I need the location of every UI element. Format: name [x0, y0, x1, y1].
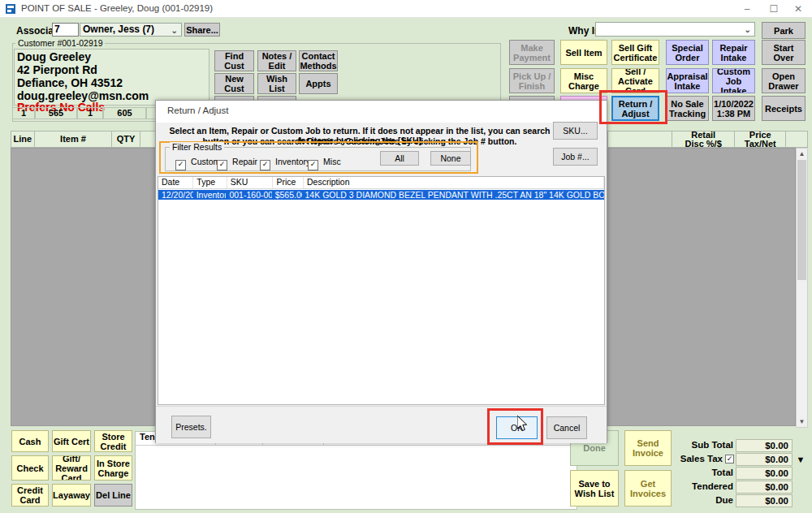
presets-button[interactable]: Presets. [171, 416, 211, 438]
filter-all-button[interactable]: All [380, 151, 419, 166]
item-grid-scrollbar[interactable]: ▲ ▼ [796, 148, 808, 428]
find-cust-button[interactable]: Find Cust [214, 50, 254, 71]
due-value: $0.00 [736, 494, 793, 507]
total-label: Total [666, 468, 733, 477]
new-cust-button[interactable]: New Cust [214, 73, 254, 94]
job-number-button[interactable]: Job #... [553, 148, 598, 166]
in-store-charge-button[interactable]: In Store Charge [94, 455, 132, 481]
special-order-button[interactable]: Special Order [666, 40, 709, 65]
grid-col-line: Line [11, 131, 35, 148]
filter-custom-checkbox[interactable]: ✓ Custom [175, 157, 220, 170]
check-button[interactable]: Check [11, 455, 49, 481]
sell-item-button[interactable]: Sell Item [560, 40, 607, 65]
gift-cert-button[interactable]: Gift Cert [52, 430, 91, 452]
results-list[interactable]: Date Type SKU Price Description 12/20/20… [158, 176, 605, 405]
no-sale-tracking-button[interactable]: No Sale Tracking [666, 96, 709, 121]
filter-repair-checkbox[interactable]: ✓ Repair [217, 157, 257, 170]
dialog-title: Return / Adjust [167, 106, 228, 115]
chevron-down-icon: ⌄ [171, 24, 178, 37]
appraisal-intake-button[interactable]: Appraisal Intake [666, 68, 709, 93]
checkbox-icon: ✓ [260, 160, 270, 170]
notes-edit-button[interactable]: Notes / Edit [257, 50, 296, 71]
store-credit-button[interactable]: Store Credit [94, 430, 132, 452]
start-over-button[interactable]: Start Over [762, 40, 806, 65]
associate-id-input[interactable]: 7 [52, 23, 79, 37]
grid-col-price: Price Tax/Net [735, 131, 786, 148]
grid-col-qty: QTY [112, 131, 140, 148]
contact-methods-button[interactable]: Contact Methods [299, 50, 338, 71]
sales-tax-checkbox[interactable]: ✓ [725, 455, 734, 463]
sub-total-label: Sub Total [666, 440, 733, 450]
get-invoices-button[interactable]: Get Invoices [624, 470, 672, 507]
customer-stats-row: 1 565 1 605 6 [12, 107, 155, 119]
park-button[interactable]: Park [762, 22, 806, 39]
filter-misc-label: Misc [323, 157, 341, 166]
filter-misc-checkbox[interactable]: ✓ Misc [308, 157, 341, 170]
close-button[interactable]: ✕ [786, 0, 810, 18]
credit-card-button[interactable]: Credit Card [11, 484, 49, 507]
custom-job-intake-button[interactable]: Custom Job Intake [712, 68, 755, 93]
return-adjust-highlight [599, 90, 667, 124]
grid-col-retail-line1: Retail [691, 131, 715, 140]
grid-col-9 [608, 131, 672, 148]
filter-inventory-label: Inventory [275, 157, 310, 166]
list-cell-price: $565.00 [272, 190, 302, 200]
sku-button[interactable]: SKU... [553, 122, 598, 140]
make-payment-button[interactable]: Make Payment [509, 40, 555, 65]
mouse-cursor [517, 416, 530, 433]
filter-inventory-checkbox[interactable]: ✓ Inventory [260, 157, 310, 170]
tendered-label: Tendered [666, 481, 733, 491]
app-icon [6, 4, 15, 14]
grid-col-retail-line2: Disc %/$ [685, 140, 722, 149]
scroll-up-icon[interactable]: ▲ [797, 149, 807, 159]
filter-repair-label: Repair [232, 157, 257, 166]
customer-stat: 1 [77, 107, 103, 119]
sales-tax-value: $0.00 [736, 453, 793, 466]
associate-select-value: Owner, Jess (7) [83, 24, 154, 35]
customer-stat: 605 [103, 107, 146, 119]
filter-results-legend: Filter Results [170, 142, 224, 152]
save-to-wish-list-button[interactable]: Save to Wish List [570, 470, 619, 507]
results-list-header: Date Type SKU Price Description [158, 177, 604, 189]
minimize-button[interactable]: – [735, 0, 759, 18]
why-in-select[interactable]: ⌄ [595, 22, 755, 37]
sub-total-value: $0.00 [736, 439, 793, 452]
list-cell-description: 14K GOLD 3 DIAMOND BEZEL PENDANT WITH .2… [302, 190, 604, 200]
customer-stat: 565 [35, 107, 77, 119]
cancel-button[interactable]: Cancel [546, 416, 587, 439]
share-button[interactable]: Share... [184, 23, 220, 37]
del-line-button[interactable]: Del Line [94, 484, 132, 507]
list-cell-type: Inventory [193, 190, 227, 200]
wish-list-button[interactable]: Wish List [257, 73, 296, 94]
receipts-button[interactable]: Receipts [762, 96, 806, 121]
sales-tax-dropdown-icon[interactable]: ▼ [794, 453, 807, 466]
checkbox-icon: ✓ [308, 160, 318, 170]
customer-stat: 1 [12, 107, 35, 119]
list-item[interactable]: 12/20/2003 Inventory 001-160-00097 $565.… [158, 190, 604, 200]
layaway-button[interactable]: Layaway [52, 484, 91, 507]
window-title-bar: POINT OF SALE - Greeley, Doug (001-02919… [0, 0, 812, 18]
checkbox-icon: ✓ [175, 160, 186, 170]
gift-reward-card-button[interactable]: Gift/ Reward Card [52, 455, 91, 481]
open-drawer-button[interactable]: Open Drawer [762, 68, 806, 93]
filter-none-button[interactable]: None [430, 151, 471, 166]
scrollbar-thumb[interactable] [797, 160, 806, 280]
appts-button[interactable]: Appts [299, 73, 338, 94]
tendered-value: $0.00 [736, 481, 793, 494]
associate-select[interactable]: Owner, Jess (7) ⌄ [80, 23, 182, 37]
sell-gift-certificate-button[interactable]: Sell Gift Certificate [611, 40, 659, 65]
repair-intake-button[interactable]: Repair Intake [712, 40, 755, 65]
cash-button[interactable]: Cash [11, 430, 49, 452]
scroll-down-icon[interactable]: ▼ [797, 416, 807, 427]
ok-button-highlight [487, 408, 543, 445]
maximize-button[interactable]: ☐ [762, 0, 786, 18]
customer-address-line1: 42 Pierpont Rd [17, 63, 97, 76]
customer-group-label: Customer #001-02919 [15, 38, 105, 48]
customer-name: Doug Greeley [17, 50, 91, 63]
total-value: $0.00 [736, 467, 793, 480]
pick-up-finish-button[interactable]: Pick Up / Finish [509, 68, 555, 93]
return-adjust-dialog: Return / Adjust Select an Item, Repair o… [155, 100, 607, 443]
datetime-button[interactable]: 1/10/2022 1:38 PM [712, 96, 755, 121]
filter-custom-label: Custom [191, 157, 220, 166]
list-col-description: Description [304, 177, 604, 188]
